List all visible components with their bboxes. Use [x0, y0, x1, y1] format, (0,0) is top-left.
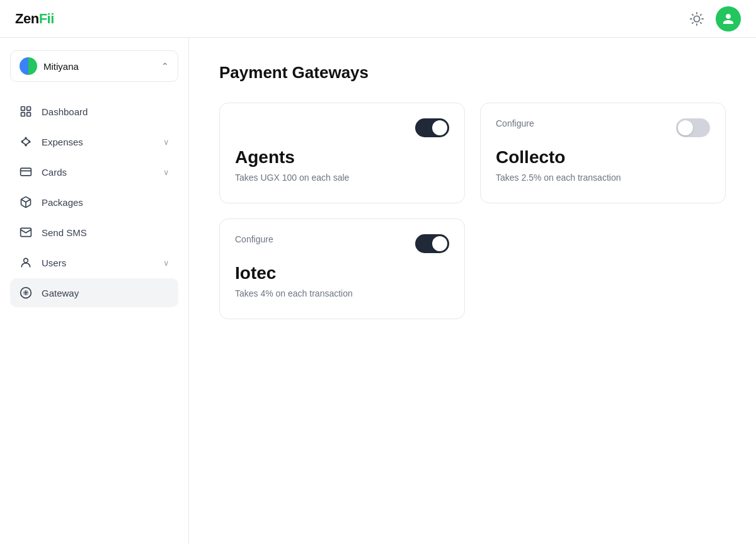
sidebar: Mitiyana ⌃ Dashboard [0, 38, 189, 544]
agents-toggle-thumb [432, 120, 447, 135]
sidebar-item-cards[interactable]: Cards ∨ [10, 157, 178, 186]
cards-icon [19, 165, 33, 179]
packages-label: Packages [42, 197, 169, 208]
sidebar-item-dashboard[interactable]: Dashboard [10, 97, 178, 126]
workspace-name: Mitiyana [43, 61, 79, 72]
sidebar-item-packages[interactable]: Packages [10, 188, 178, 217]
sidebar-item-users[interactable]: Users ∨ [10, 248, 178, 277]
cards-chevron-icon: ∨ [163, 167, 169, 177]
svg-line-19 [22, 142, 26, 145]
svg-line-20 [26, 142, 30, 145]
svg-rect-12 [27, 113, 31, 116]
svg-rect-9 [21, 107, 25, 111]
svg-line-7 [692, 22, 693, 23]
header: ZenFii [0, 0, 756, 38]
iotec-name: Iotec [235, 263, 449, 283]
sidebar-item-send-sms[interactable]: Send SMS [10, 218, 178, 247]
svg-line-17 [22, 139, 26, 141]
page-title: Payment Gateways [219, 63, 726, 82]
iotec-toggle[interactable] [415, 234, 449, 253]
users-icon [19, 256, 33, 269]
agents-toggle[interactable] [415, 118, 449, 137]
workspace-icon [20, 57, 37, 75]
svg-rect-10 [27, 107, 31, 111]
app-layout: Mitiyana ⌃ Dashboard [0, 38, 756, 544]
svg-rect-21 [21, 168, 32, 176]
app-logo: ZenFii [15, 11, 54, 27]
dashboard-icon [19, 105, 33, 118]
collecto-card-top: Configure [496, 118, 710, 137]
svg-point-25 [24, 258, 28, 263]
svg-line-8 [701, 14, 701, 14]
send-sms-label: Send SMS [42, 227, 169, 238]
cards-label: Cards [42, 167, 154, 178]
workspace-left: Mitiyana [20, 57, 79, 75]
gateway-label: Gateway [42, 288, 169, 298]
main-content: Payment Gateways Agents Takes UGX 100 on… [189, 38, 756, 544]
collecto-configure-label: Configure [496, 118, 534, 128]
gateways-grid: Agents Takes UGX 100 on each sale Config… [219, 103, 726, 319]
theme-toggle-button[interactable] [688, 10, 706, 28]
agents-description: Takes UGX 100 on each sale [235, 173, 449, 183]
send-sms-icon [19, 225, 33, 239]
svg-rect-11 [21, 113, 25, 116]
expenses-chevron-icon: ∨ [163, 137, 169, 147]
gateway-card-iotec: Configure Iotec Takes 4% on each transac… [219, 218, 465, 319]
svg-line-4 [701, 22, 701, 23]
iotec-configure-label: Configure [235, 234, 273, 244]
gateway-icon [19, 286, 33, 300]
collecto-name: Collecto [496, 147, 710, 167]
svg-line-3 [692, 14, 693, 14]
agents-name: Agents [235, 147, 449, 167]
sidebar-item-gateway[interactable]: Gateway [10, 278, 178, 307]
expenses-icon [19, 135, 33, 149]
user-avatar-button[interactable] [716, 6, 741, 31]
iotec-toggle-thumb [432, 236, 447, 251]
collecto-toggle-thumb [678, 120, 693, 135]
agents-card-top [235, 118, 449, 137]
collecto-toggle[interactable] [676, 118, 710, 137]
gateway-card-agents: Agents Takes UGX 100 on each sale [219, 103, 465, 203]
workspace-chevron-icon: ⌃ [161, 61, 169, 71]
dashboard-label: Dashboard [42, 106, 169, 117]
collecto-description: Takes 2.5% on each transaction [496, 173, 710, 183]
packages-icon [19, 195, 33, 209]
users-chevron-icon: ∨ [163, 258, 169, 268]
gateway-card-collecto: Configure Collecto Takes 2.5% on each tr… [480, 103, 726, 203]
iotec-card-top: Configure [235, 234, 449, 253]
svg-line-18 [26, 139, 30, 141]
header-actions [688, 6, 741, 31]
expenses-label: Expenses [42, 137, 154, 147]
sidebar-nav: Dashboard Expenses [10, 97, 178, 307]
workspace-selector[interactable]: Mitiyana ⌃ [10, 50, 178, 82]
users-label: Users [42, 258, 154, 268]
svg-point-0 [694, 16, 699, 21]
sidebar-item-expenses[interactable]: Expenses ∨ [10, 127, 178, 156]
iotec-description: Takes 4% on each transaction [235, 288, 449, 298]
